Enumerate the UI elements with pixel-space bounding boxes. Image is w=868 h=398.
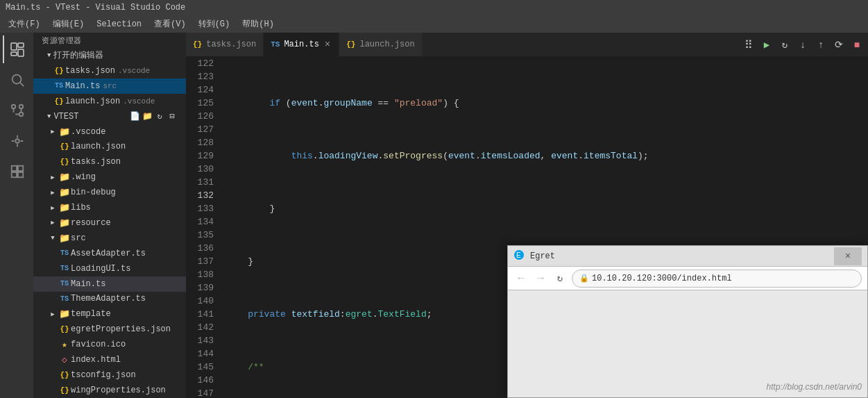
activity-explorer[interactable]	[3, 35, 31, 63]
open-editor-main-ts[interactable]: TS Main.ts src	[33, 78, 186, 94]
browser-addressbar: ← → ↻ 🔒 10.10.20.120:3000/index.html	[508, 267, 867, 290]
tree-libs[interactable]: ▶ 📁 libs	[33, 200, 186, 215]
tree-index-html[interactable]: ◇ index.html	[33, 352, 186, 367]
tree-vscode[interactable]: ▶ 📁 .vscode	[33, 124, 186, 140]
svg-point-4	[12, 75, 22, 84]
tree-asset-adapter[interactable]: TS AssetAdapter.ts	[33, 246, 186, 261]
open-editors-label: 打开的编辑器	[53, 49, 103, 61]
tree-bin-debug[interactable]: ▶ 📁 bin-debug	[33, 185, 186, 200]
vtest-header[interactable]: ▼ VTEST 📄 📁 ↻ ⊟	[33, 109, 186, 124]
address-bar[interactable]: 🔒 10.10.20.120:3000/index.html	[572, 270, 862, 288]
browser-title: Egret	[530, 251, 828, 261]
menu-selection[interactable]: Selection	[91, 18, 147, 31]
tsconfig-icon: {}	[58, 371, 71, 379]
url-text: 10.10.20.120:3000/index.html	[592, 274, 732, 283]
tree-launch-json[interactable]: {} launch.json	[33, 139, 186, 154]
open-editors-header[interactable]: ▼ 打开的编辑器	[33, 48, 186, 63]
menu-view[interactable]: 查看(V)	[148, 17, 192, 31]
svg-rect-13	[18, 172, 23, 177]
open-editor-tasks-json[interactable]: {} tasks.json .vscode	[33, 63, 186, 78]
svg-text:E: E	[516, 251, 521, 259]
vtest-actions: 📄 📁 ↻ ⊟	[129, 111, 178, 122]
launch-json-tree-icon: {}	[58, 142, 71, 151]
tree-wing[interactable]: ▶ 📁 .wing	[33, 169, 186, 185]
svg-point-6	[12, 105, 16, 109]
activity-source-control[interactable]	[3, 97, 31, 124]
restart-btn[interactable]: ↻	[776, 37, 793, 53]
activity-debug[interactable]	[3, 127, 31, 155]
browser-close-btn[interactable]: ×	[842, 250, 854, 263]
activity-extensions[interactable]	[3, 158, 31, 185]
svg-rect-0	[11, 43, 17, 50]
close-main-ts[interactable]: ×	[323, 39, 332, 50]
vtest-arrow: ▼	[47, 113, 51, 120]
menu-edit[interactable]: 编辑(E)	[47, 17, 90, 31]
menu-goto[interactable]: 转到(G)	[193, 17, 236, 31]
step-into-btn[interactable]: ↑	[812, 37, 829, 53]
asset-adapter-icon: TS	[58, 249, 71, 257]
tab-bar: {} tasks.json TS Main.ts × {} launch.jso…	[186, 33, 868, 57]
svg-line-5	[20, 83, 24, 86]
menu-file[interactable]: 文件(F)	[3, 17, 46, 31]
new-file-btn[interactable]: 📄	[129, 111, 140, 122]
top-right-toolbar: ⠿ ▶ ↻ ↓ ↑ ⟳ ■	[738, 33, 868, 57]
activity-bar	[0, 33, 33, 398]
index-html-icon: ◇	[58, 354, 71, 365]
code-line-122: if (event.groupName == "preload") {	[221, 97, 868, 110]
open-editor-launch-json[interactable]: {} launch.json .vscode	[33, 94, 186, 109]
tree-theme-adapter[interactable]: TS ThemeAdapter.ts	[33, 292, 186, 307]
activity-search[interactable]	[3, 66, 31, 94]
title-text: Main.ts - VTest - Visual Studio Code	[6, 3, 185, 13]
svg-point-9	[15, 139, 19, 143]
menu-help[interactable]: 帮助(H)	[237, 17, 280, 31]
theme-adapter-icon: TS	[58, 295, 71, 303]
run-btn[interactable]: ▶	[758, 37, 775, 53]
tree-tasks-json[interactable]: {} tasks.json	[33, 154, 186, 169]
browser-favicon: E	[513, 249, 525, 263]
line-numbers: 122 123 124 125 126 127 128 129 130 131 …	[186, 57, 221, 398]
tree-tsconfig[interactable]: {} tsconfig.json	[33, 367, 186, 383]
browser-watermark: http://blog.csdn.net/arvin0	[767, 382, 862, 392]
tab-main-ts[interactable]: TS Main.ts ×	[264, 33, 339, 56]
back-btn[interactable]: ←	[513, 271, 529, 286]
code-line-124: }	[221, 202, 868, 215]
tree-egret-properties[interactable]: {} egretProperties.json	[33, 322, 186, 337]
svg-rect-12	[12, 172, 17, 177]
tree-loading-ui[interactable]: TS LoadingUI.ts	[33, 261, 186, 276]
tab-launch-json[interactable]: {} launch.json	[339, 33, 422, 56]
tasks-json-icon: {}	[53, 67, 65, 75]
vtest-label: VTEST	[53, 112, 78, 122]
collapse-btn[interactable]: ⊟	[167, 111, 178, 122]
tree-template[interactable]: ▶ 📁 template	[33, 306, 186, 322]
explorer-header[interactable]: 资源管理器	[33, 33, 186, 48]
svg-rect-3	[11, 52, 17, 56]
split-editor-btn[interactable]: ⠿	[740, 37, 757, 53]
browser-close-area: ×	[834, 247, 862, 265]
svg-rect-1	[18, 43, 24, 47]
reload-btn[interactable]: ↻	[552, 271, 568, 286]
tree-resource[interactable]: ▶ 📁 resource	[33, 215, 186, 231]
browser-content: http://blog.csdn.net/arvin0	[508, 290, 867, 397]
stop-btn[interactable]: ■	[849, 37, 865, 53]
tasks-json-tree-icon: {}	[58, 158, 71, 166]
sidebar: 资源管理器 ▼ 打开的编辑器 {} tasks.json .vscode TS …	[33, 33, 186, 398]
main-ts-icon: TS	[53, 82, 65, 90]
editor-area: {} tasks.json TS Main.ts × {} launch.jso…	[186, 33, 868, 398]
tree-favicon[interactable]: ★ favicon.ico	[33, 337, 186, 352]
tree-main-ts[interactable]: TS Main.ts	[33, 276, 186, 292]
tree-wing-properties[interactable]: {} wingProperties.json	[33, 383, 186, 398]
tab-tasks-json[interactable]: {} tasks.json	[186, 33, 264, 56]
step-over-btn[interactable]: ↓	[794, 37, 811, 53]
code-line-123: this.loadingView.setProgress(event.items…	[221, 149, 868, 163]
refresh-btn[interactable]: ↻	[154, 111, 165, 122]
lock-icon: 🔒	[579, 274, 589, 283]
menu-bar: 文件(F) 编辑(E) Selection 查看(V) 转到(G) 帮助(H)	[0, 15, 868, 33]
main-ts-tree-icon: TS	[58, 280, 71, 288]
new-folder-btn[interactable]: 📁	[142, 111, 153, 122]
loading-ui-icon: TS	[58, 265, 71, 272]
continue-btn[interactable]: ⟳	[831, 37, 847, 53]
egret-properties-icon: {}	[58, 325, 71, 333]
forward-btn[interactable]: →	[533, 271, 548, 286]
svg-rect-11	[18, 166, 23, 171]
tree-src[interactable]: ▼ 📁 src	[33, 231, 186, 246]
